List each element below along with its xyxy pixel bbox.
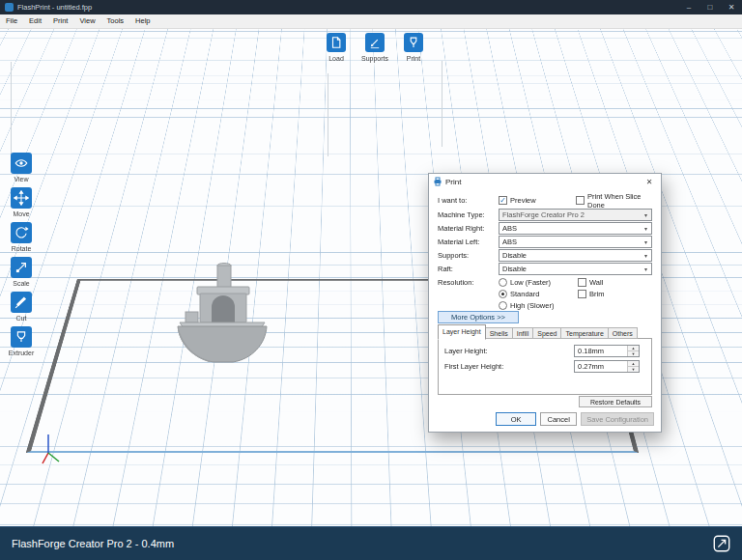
material-right-select[interactable]: ABS ▾ [499,222,652,235]
dialog-close-button[interactable]: ✕ [642,178,657,186]
machine-type-select[interactable]: FlashForge Creator Pro 2 ▾ [499,209,652,221]
print-icon [404,33,423,52]
spinner-buttons: ▲ ▼ [627,361,639,372]
menu-view[interactable]: View [73,14,100,28]
resolution-label: Resolution: [438,276,474,289]
resolution-high-label: High (Slower) [510,301,554,310]
move-icon [11,187,32,209]
checkbox-unchecked-icon [576,196,585,205]
extruder-label: Extruder [9,350,34,356]
material-right-value: ABS [499,224,641,233]
extruder-button[interactable]: Extruder [6,326,37,356]
app-logo-icon [5,3,14,12]
tab-shells[interactable]: Shells [486,327,513,339]
move-label: Move [13,210,29,217]
options-tabs: Layer Height Shells Infill Speed Tempera… [438,324,652,339]
extruder-icon [11,326,32,348]
menu-tools[interactable]: Tools [101,14,130,28]
move-button[interactable]: Move [6,187,37,217]
cancel-button[interactable]: Cancel [540,412,577,426]
radio-unselected-icon [499,278,507,287]
cut-label: Cut [16,315,27,322]
wall-checkbox[interactable]: Wall [578,277,603,288]
layer-height-label: Layer Height: [444,345,488,357]
brim-checkbox[interactable]: Brim [578,289,604,299]
raft-select[interactable]: Disable ▾ [499,263,652,275]
material-left-value: ABS [499,238,641,246]
spin-down-icon[interactable]: ▼ [628,351,639,356]
save-configuration-button: Save Configuration [581,412,654,426]
scale-label: Scale [13,280,30,287]
wall-label: Wall [589,278,603,287]
i-want-to-row: I want to: ✓ Preview Print When Slice Do… [438,194,652,207]
tab-temperature[interactable]: Temperature [561,327,608,339]
chevron-down-icon: ▾ [641,266,651,272]
tab-layer-height[interactable]: Layer Height [438,324,486,340]
window-title: FlashPrint - untitled.fpp [17,3,678,12]
cut-button[interactable]: Cut [6,292,37,322]
resolution-low-radio[interactable]: Low (Faster) [499,277,551,288]
rotate-label: Rotate [12,245,32,252]
menu-edit[interactable]: Edit [23,14,47,28]
rotate-button[interactable]: Rotate [6,222,37,252]
model-benchy[interactable] [174,259,271,370]
tab-others[interactable]: Others [609,327,638,339]
menu-bar: File Edit Print View Tools Help [0,14,742,29]
tab-speed[interactable]: Speed [533,327,561,339]
minimize-button[interactable]: – [678,0,699,14]
resolution-standard-radio[interactable]: Standard [499,289,539,299]
title-bar[interactable]: FlashPrint - untitled.fpp – □ ✕ [0,0,742,14]
material-right-label: Material Right: [438,222,484,235]
machine-type-label: Machine Type: [438,209,485,221]
expand-preview-button[interactable] [711,533,732,554]
view-label: View [14,176,28,182]
dialog-buttons: OK Cancel Save Configuration [496,412,654,426]
supports-button[interactable]: Supports [358,33,391,62]
supports-select-label: Supports: [438,249,469,262]
layer-height-input[interactable]: 0.18mm ▲ ▼ [574,345,640,357]
spin-down-icon[interactable]: ▼ [628,367,639,372]
menu-file[interactable]: File [0,14,23,28]
supports-value: Disable [499,251,641,260]
scale-button[interactable]: Scale [6,257,37,287]
checkbox-checked-icon: ✓ [499,196,507,205]
print-dialog: Print ✕ I want to: ✓ Preview Print When … [428,173,662,433]
raft-row: Raft: Disable ▾ [438,263,652,275]
print-button[interactable]: Print [397,33,430,62]
print-label: Print [407,55,420,62]
maximize-button[interactable]: □ [699,0,721,14]
side-toolbar: View Move Rotate [6,153,37,356]
load-button[interactable]: Load [320,33,353,62]
first-layer-height-input[interactable]: 0.27mm ▲ ▼ [574,360,640,373]
checkbox-unchecked-icon [578,290,586,298]
restore-defaults-button[interactable]: Restore Defaults [579,396,652,407]
flashprint-window: FlashPrint - untitled.fpp – □ ✕ File Edi… [0,0,742,560]
ok-button[interactable]: OK [496,412,536,426]
print-dialog-titlebar[interactable]: Print ✕ [429,174,661,189]
chevron-down-icon: ▾ [641,238,651,245]
scale-icon [11,257,32,278]
menu-help[interactable]: Help [129,14,156,28]
material-right-row: Material Right: ABS ▾ [438,222,652,235]
resolution-standard-label: Standard [510,290,539,298]
print-when-slice-done-checkbox[interactable]: Print When Slice Done [576,194,652,207]
chevron-down-icon: ▾ [641,211,651,218]
supports-icon [365,33,385,52]
dialog-title: Print [445,178,461,186]
view-button[interactable]: View [6,153,37,182]
build-volume-edge [328,73,328,156]
material-left-select[interactable]: ABS ▾ [499,236,652,248]
menu-print[interactable]: Print [47,14,73,28]
viewport-3d[interactable]: Load Supports Print [0,29,742,527]
tab-infill[interactable]: Infill [513,327,533,339]
first-layer-height-value: 0.27mm [575,361,627,372]
checkbox-unchecked-icon [578,278,586,287]
status-bar: FlashForge Creator Pro 2 - 0.4mm [0,526,742,560]
first-layer-height-label: First Layer Height: [444,360,503,373]
supports-select[interactable]: Disable ▾ [499,249,652,262]
preview-checkbox[interactable]: ✓ Preview [499,194,536,207]
close-button[interactable]: ✕ [721,0,742,14]
more-options-button[interactable]: More Options >> [438,311,519,323]
resolution-high-radio[interactable]: High (Slower) [499,300,554,311]
supports-row: Supports: Disable ▾ [438,249,652,262]
